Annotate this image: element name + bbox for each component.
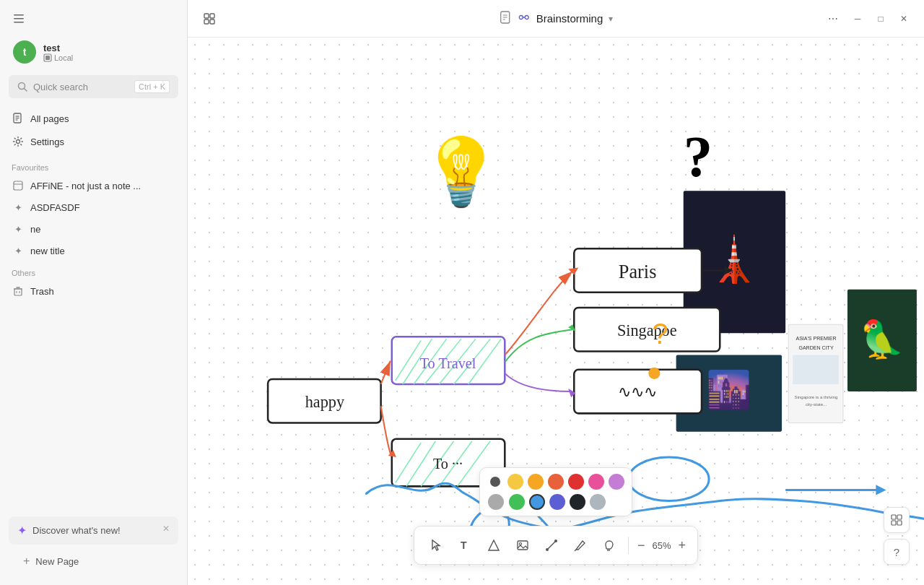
shapes-tool-button[interactable]	[481, 532, 507, 558]
color-row-2	[487, 494, 624, 510]
brochure-text1: ASIA'S PREMIER	[796, 336, 836, 341]
svg-text:T: T	[461, 540, 467, 551]
svg-rect-33	[518, 541, 528, 550]
view-mode-button[interactable]	[199, 9, 219, 29]
image-tool-button[interactable]	[510, 532, 536, 558]
color-row-1	[487, 474, 624, 490]
search-icon	[17, 82, 27, 92]
help-icon: ?	[894, 546, 899, 558]
trash-icon	[12, 285, 25, 298]
edgeless-icon	[518, 11, 531, 27]
fav-item-affine[interactable]: AFFiNE - not just a note ...	[4, 175, 183, 196]
main-content: Brainstorming ▾ ⋯ ─ □ ✕ 💡 ? 🗼 🌆 ASIA'S P…	[188, 0, 924, 585]
fav-label: ne	[30, 224, 40, 235]
minimize-button[interactable]: ─	[849, 10, 866, 27]
others-label: Others	[0, 261, 187, 280]
select-tool-button[interactable]	[423, 532, 449, 558]
discover-label: Discover what's new!	[32, 525, 121, 536]
color-dot-small[interactable]	[490, 477, 500, 487]
new-page-label: New Page	[35, 556, 79, 567]
title-chevron-icon: ▾	[609, 14, 613, 24]
svg-rect-1	[14, 18, 24, 20]
svg-point-11	[17, 140, 20, 144]
discover-icon: ✦	[17, 524, 27, 537]
brochure-desc: Singapore is a thriving	[795, 395, 838, 399]
right-bottom-icons: ?	[884, 507, 910, 565]
trash-label: Trash	[30, 286, 54, 297]
svg-rect-19	[204, 14, 209, 18]
brochure-desc2: city-state...	[806, 402, 827, 407]
nav-section: All pages Settings	[0, 104, 187, 156]
color-orange[interactable]	[528, 474, 544, 490]
zoom-controls: − 65% +	[635, 538, 689, 553]
color-red-orange[interactable]	[548, 474, 564, 490]
fav-item-ne[interactable]: ✦ ne	[4, 218, 183, 240]
discover-banner[interactable]: ✦ Discover what's new! ✕	[9, 516, 178, 545]
svg-point-37	[554, 540, 557, 542]
fav-item-asdfasdf[interactable]: ✦ ASDFASDF	[4, 196, 183, 218]
travel-text: To Travel	[420, 355, 476, 371]
color-dark-blue[interactable]	[549, 494, 565, 510]
fav-icon	[12, 179, 25, 192]
svg-rect-22	[210, 20, 214, 24]
discover-close-button[interactable]: ✕	[160, 522, 173, 535]
eraser-tool-button[interactable]	[596, 532, 622, 558]
arrow-travel-singapore	[505, 329, 572, 362]
fav-icon: ✦	[12, 201, 25, 214]
svg-marker-32	[489, 540, 499, 550]
orange-dot	[648, 368, 660, 379]
bottom-toolbar: T − 65% +	[414, 526, 698, 565]
sidebar-footer: ✦ Discover what's new! ✕ + New Page	[0, 509, 187, 585]
search-bar[interactable]: Quick search Ctrl + K	[9, 75, 178, 98]
zoom-out-button[interactable]: −	[635, 538, 648, 553]
svg-rect-45	[897, 521, 902, 525]
sidebar-item-settings[interactable]: Settings	[4, 130, 183, 153]
sidebar-item-trash[interactable]: Trash	[4, 280, 183, 302]
new-page-button[interactable]: + New Page	[13, 547, 174, 575]
question-mark: ?	[684, 124, 712, 188]
svg-point-34	[519, 543, 521, 545]
zoom-level: 65%	[652, 540, 671, 551]
toolbar-divider	[628, 537, 629, 554]
doc-type-icon	[499, 11, 512, 27]
color-red[interactable]	[568, 474, 584, 490]
color-black[interactable]	[570, 494, 585, 510]
window-controls: ⋯ ─ □ ✕	[823, 9, 912, 29]
color-pink[interactable]	[588, 474, 604, 490]
maximize-button[interactable]: □	[872, 10, 889, 27]
svg-point-27	[519, 15, 523, 19]
fav-label: ASDFASDF	[30, 202, 80, 213]
favourites-label: Favourites	[0, 156, 187, 175]
fav-icon: ✦	[12, 244, 25, 257]
text-tool-button[interactable]: T	[452, 532, 478, 558]
brochure-img	[793, 355, 839, 384]
canvas-area[interactable]: 💡 ? 🗼 🌆 ASIA'S PREMIER GARDEN CITY Singa…	[188, 38, 924, 585]
svg-rect-20	[210, 14, 214, 18]
user-info: test Local	[43, 43, 73, 62]
paris-text: Paris	[619, 261, 657, 282]
user-workspace: Local	[43, 53, 73, 62]
second-text: To ···	[433, 456, 463, 472]
svg-rect-2	[14, 22, 24, 23]
color-dot-gray-large[interactable]	[488, 494, 504, 510]
zoom-in-button[interactable]: +	[676, 538, 689, 553]
close-button[interactable]: ✕	[895, 10, 912, 27]
fav-item-new-title[interactable]: ✦ new title	[4, 240, 183, 261]
connector-tool-button[interactable]	[539, 532, 565, 558]
toggle-sidebar-button[interactable]	[9, 9, 29, 29]
user-section[interactable]: t test Local	[4, 35, 183, 69]
more-options-button[interactable]: ⋯	[823, 9, 843, 29]
color-blue[interactable]	[529, 494, 545, 510]
search-placeholder: Quick search	[33, 82, 128, 92]
grid-view-button[interactable]	[884, 507, 910, 533]
color-green[interactable]	[509, 494, 525, 510]
fav-label: new title	[30, 246, 65, 256]
third-text: ∿∿∿	[618, 383, 657, 401]
help-button[interactable]: ?	[884, 539, 910, 565]
color-purple-light[interactable]	[609, 474, 624, 490]
pen-tool-button[interactable]	[567, 532, 593, 558]
color-gray[interactable]	[590, 494, 606, 510]
svg-line-6	[25, 89, 27, 92]
color-yellow[interactable]	[507, 474, 523, 490]
sidebar-item-all-pages[interactable]: All pages	[4, 107, 183, 130]
